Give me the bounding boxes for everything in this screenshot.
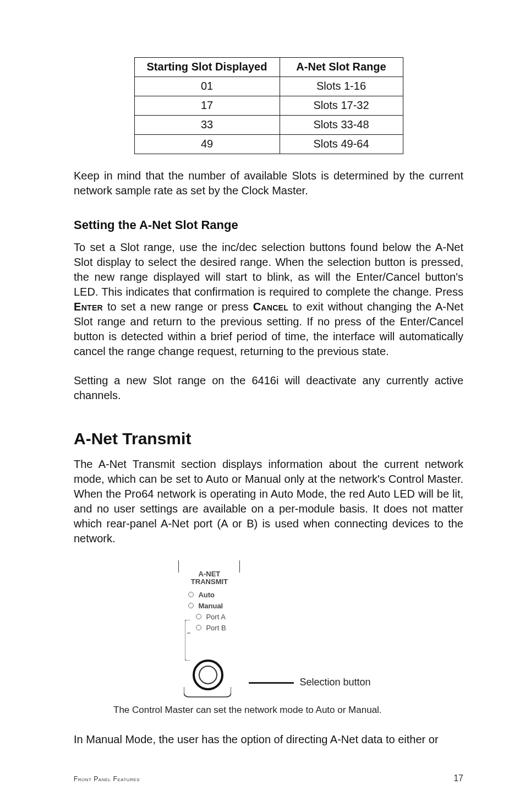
led-icon xyxy=(196,614,201,619)
table-cell: Slots 17-32 xyxy=(280,96,403,116)
body-paragraph: Setting a new Slot range on the 6416i wi… xyxy=(74,373,463,403)
led-icon xyxy=(188,592,194,597)
figure-caption: The Control Master can set the network m… xyxy=(113,705,463,716)
table-cell: 33 xyxy=(134,116,280,135)
leader-line-icon xyxy=(249,682,294,684)
panel-title: A-NETTRANSMIT xyxy=(166,570,252,586)
panel-border-icon xyxy=(184,687,231,696)
selection-button[interactable] xyxy=(193,660,223,690)
button-label-cancel: Cancel xyxy=(253,301,288,313)
table-cell: 01 xyxy=(134,77,280,96)
footer-section-name: Front Panel Features xyxy=(74,775,140,783)
section-heading-anet-transmit: A-Net Transmit xyxy=(74,429,463,448)
option-manual: Manual xyxy=(188,602,252,610)
led-icon xyxy=(196,625,201,630)
body-paragraph: In Manual Mode, the user has the option … xyxy=(74,732,463,747)
table-cell: Slots 49-64 xyxy=(280,135,403,154)
subheading-setting-slot-range: Setting the A-Net Slot Range xyxy=(74,218,463,232)
body-paragraph: The A-Net Transmit section displays info… xyxy=(74,457,463,546)
slot-range-table: Starting Slot Displayed A-Net Slot Range… xyxy=(134,57,403,154)
bracket-icon xyxy=(185,620,192,661)
option-auto: Auto xyxy=(188,591,252,599)
table-row: 33 Slots 33-48 xyxy=(134,116,403,135)
table-header: A-Net Slot Range xyxy=(280,58,403,77)
option-port-b: Port B xyxy=(196,624,252,632)
table-cell: Slots 33-48 xyxy=(280,116,403,135)
button-label-enter: Enter xyxy=(74,301,103,313)
led-icon xyxy=(188,603,194,608)
figure-anet-transmit-panel: A-NETTRANSMIT Auto Manual Port A xyxy=(74,560,463,697)
body-paragraph: Keep in mind that the number of availabl… xyxy=(74,168,463,198)
table-header: Starting Slot Displayed xyxy=(134,58,280,77)
option-port-a: Port A xyxy=(196,613,252,621)
table-row: 49 Slots 49-64 xyxy=(134,135,403,154)
table-row: 17 Slots 17-32 xyxy=(134,96,403,116)
table-cell: Slots 1-16 xyxy=(280,77,403,96)
footer-page-number: 17 xyxy=(453,773,463,783)
table-cell: 17 xyxy=(134,96,280,116)
table-row: 01 Slots 1-16 xyxy=(134,77,403,96)
body-paragraph: To set a Slot range, use the inc/dec sel… xyxy=(74,240,463,359)
figure-callout-label: Selection button xyxy=(299,677,370,688)
table-cell: 49 xyxy=(134,135,280,154)
